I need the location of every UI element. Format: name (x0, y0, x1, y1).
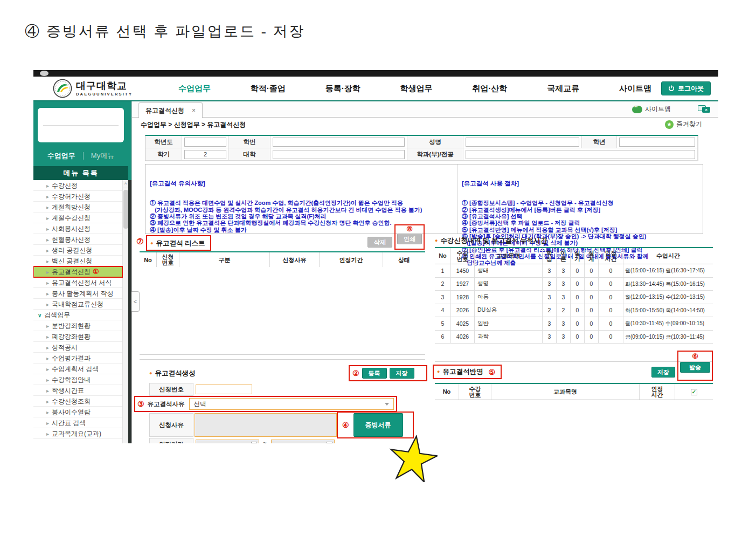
name-input[interactable] (466, 138, 579, 147)
annotation-circle-8: ⑧ (406, 225, 413, 232)
close-icon[interactable]: × (192, 107, 196, 114)
nav-item[interactable]: 취업·산학 (472, 84, 507, 94)
chevron-icon (46, 376, 52, 383)
absence-list-table-body (140, 267, 425, 355)
tab-absence-application[interactable]: 유고결석신청 × (138, 102, 203, 118)
sidebar-menu-item[interactable]: 수강신청 (33, 180, 122, 191)
nav-item[interactable]: 수업업무 (178, 84, 211, 94)
semester-input[interactable] (184, 150, 226, 159)
chevron-icon (46, 322, 52, 330)
nav-item[interactable]: 학적·졸업 (251, 84, 286, 94)
period-start-input[interactable] (196, 440, 259, 443)
annotation-circle-2: ② (352, 369, 359, 377)
reason-input[interactable] (195, 413, 337, 437)
column-header: No (140, 252, 157, 268)
nav-item[interactable]: 사이트맵 (619, 84, 651, 94)
section-bullet-icon (149, 369, 155, 377)
notice-box: [유고결석 유의사항] ① 유고결석 적용은 대면수업 및 실시간 Zoom 수… (145, 164, 703, 234)
attach-file-button[interactable]: 증빙서류 (353, 413, 403, 437)
calendar-icon[interactable] (251, 442, 257, 443)
sidebar-menu-item[interactable]: 사회봉사신청 (33, 223, 122, 234)
enrollment-row[interactable]: 42026DU실용22000화(15:00~15:50) 목(14:00~14:… (435, 304, 713, 318)
chevron-icon (46, 333, 52, 340)
create-save-button[interactable]: 저장 (390, 368, 414, 379)
print-button[interactable]: 인쇄 (397, 234, 422, 244)
sidebar-menu-item[interactable]: 계절수강신청 (33, 212, 122, 223)
divider (83, 152, 84, 160)
divider (140, 359, 425, 360)
sidebar-menu-item[interactable]: 생리 공결신청 (33, 245, 122, 256)
enrollment-row[interactable]: 64026과학33000금(09:00~10:15) 금(10:30~11:45… (435, 331, 713, 344)
sidebar-menu-item[interactable]: 봉사이수열람 (33, 407, 122, 417)
notice-line: ① [종합정보시스템] - 수업업무 - 신청업무 - 유고결석신청 (462, 200, 698, 206)
sidebar-menu-item[interactable]: 시간표 검색 (33, 417, 122, 428)
sidebar-menu-item[interactable]: 백신 공결신청 (33, 256, 122, 266)
favorite-button[interactable]: ★ 즐겨찾기 (665, 120, 702, 129)
send-button[interactable]: 발송 (680, 362, 710, 373)
notice-line: ④ [증빙서류]선택 후 파일 업로드 - 저장 클릭 (462, 220, 698, 226)
apply-save-button[interactable]: 저장 (651, 367, 675, 378)
portal-window: 대구대학교 DAEGUUNIVERSITY 수업업무학적·졸업등록·장학학생업무… (33, 70, 718, 443)
column-header: 수업시간 (623, 248, 713, 264)
enrollment-row[interactable]: 31928아동33000월(12:00~13:15) 수(12:00~13:15… (435, 291, 713, 304)
chevron-icon (46, 236, 52, 243)
sidebar-menu-item[interactable]: 계절희망신청 (33, 202, 122, 212)
studentno-input[interactable] (273, 138, 405, 147)
university-logo[interactable]: 대구대학교 DAEGUUNIVERSITY (53, 79, 133, 98)
logout-button[interactable]: 로그아웃 (661, 81, 711, 95)
select-all-checkbox[interactable] (691, 389, 697, 395)
enrollment-row[interactable]: 21927생명33000화(13:30~14:45) 목(15:00~16:15… (435, 278, 713, 291)
nav-item[interactable]: 학생업무 (400, 84, 432, 94)
sidebar-tab-mymenu[interactable]: My메뉴 (91, 151, 114, 161)
enrollment-row[interactable]: 54025일반33000월(10:30~11:45) 수(09:00~10:15… (435, 317, 713, 331)
nav-item[interactable]: 국제교류 (547, 84, 579, 94)
sidebar-scrollbar[interactable]: ^ (122, 180, 128, 443)
sidebar-menu-item[interactable]: 유고결석신청서 서식 (33, 277, 122, 288)
scroll-up-icon[interactable]: ^ (123, 180, 128, 188)
nav-item[interactable]: 등록·장학 (325, 84, 360, 94)
dept-input[interactable] (466, 150, 695, 159)
sidebar-menu-item[interactable]: 국내학점교류신청 (33, 299, 122, 310)
sidebar-menu-item[interactable]: 봉사 활동계획서 작성 (33, 288, 122, 299)
sidebar-menu-item[interactable]: 수강학점안내 (33, 374, 122, 385)
reqno-label: 신청번호 (149, 383, 193, 396)
column-header: 학 점 (543, 248, 557, 264)
chevron-icon (46, 365, 52, 373)
close-all-tabs-icon[interactable]: × (698, 105, 711, 113)
apply-table: No 수강 번호 교과목명 인정 시간 (435, 383, 713, 400)
sidebar-menu-item[interactable]: 수강허가신청 (33, 191, 122, 202)
sidebar-menu-item[interactable]: 유고결석신청① (33, 266, 122, 277)
sitemap-shortcut[interactable]: 사이트맵 (632, 105, 671, 114)
calendar-icon[interactable] (327, 442, 332, 443)
apply-title-box: 유고결석반영 ⑤ (433, 365, 502, 379)
reqno-input[interactable] (196, 385, 252, 394)
delete-button[interactable]: 삭제 (367, 237, 392, 248)
annotation-circle-3: ③ (137, 400, 144, 408)
year-input[interactable] (184, 138, 226, 147)
sidebar-menu-item[interactable]: 수강신청조회 (33, 396, 122, 407)
sidebar-menu-item[interactable]: 수업평가결과 (33, 353, 122, 363)
chevron-icon (46, 290, 52, 297)
sidebar-collapse-button[interactable]: < (131, 291, 140, 312)
grade-input[interactable] (619, 138, 695, 147)
column-header: 신청사유 (270, 252, 320, 268)
chevron-icon (46, 257, 52, 265)
sidebar-menu-item[interactable]: 교과목개요(교과) (33, 428, 122, 439)
period-end-input[interactable] (271, 440, 335, 443)
column-header: 실 기 (571, 248, 585, 264)
breadcrumb-row: 수업업무 > 신청업무 > 유고결석신청 ★ 즐겨찾기 (132, 118, 718, 132)
sidebar-menu-item[interactable]: 성적공시 (33, 342, 122, 353)
scrollbar-thumb[interactable] (123, 190, 128, 229)
sidebar-menu-item[interactable]: 폐강강좌현황 (33, 331, 122, 342)
sidebar-menu-item[interactable]: 분반강좌현황 (33, 320, 122, 331)
reason-select[interactable]: 선택 (189, 398, 394, 410)
college-input[interactable] (273, 150, 405, 159)
top-navigation: 수업업무학적·졸업등록·장학학생업무취업·산학국제교류사이트맵 (171, 77, 659, 100)
sidebar-menu-item[interactable]: 헌혈봉사신청 (33, 234, 122, 245)
sidebar-tab-classwork[interactable]: 수업업무 (47, 151, 75, 161)
sidebar-menu-item[interactable]: 검색업무 (33, 310, 122, 320)
register-button[interactable]: 등록 (362, 368, 387, 379)
sidebar-menu-item[interactable]: 수업계획서 검색 (33, 363, 122, 374)
sidebar-menu-item[interactable]: 학생시간표 (33, 385, 122, 396)
enrollment-row[interactable]: 11450생태33000월(15:00~16:15) 월(16:30~17:45… (435, 264, 713, 278)
